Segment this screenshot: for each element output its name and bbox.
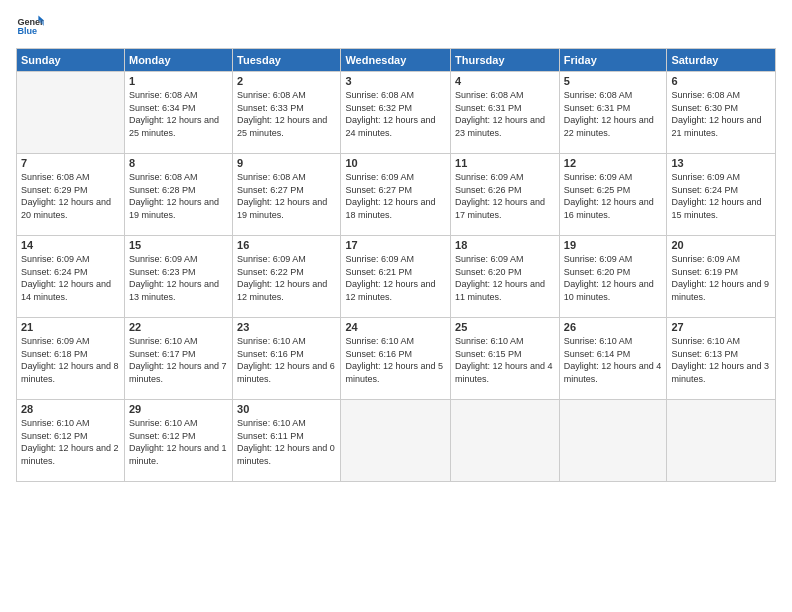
day-info: Sunrise: 6:10 AMSunset: 6:15 PMDaylight:… xyxy=(455,335,555,385)
calendar-cell: 5Sunrise: 6:08 AMSunset: 6:31 PMDaylight… xyxy=(559,72,667,154)
day-info: Sunrise: 6:09 AMSunset: 6:19 PMDaylight:… xyxy=(671,253,771,303)
calendar-cell: 19Sunrise: 6:09 AMSunset: 6:20 PMDayligh… xyxy=(559,236,667,318)
day-number: 14 xyxy=(21,239,120,251)
day-info: Sunrise: 6:10 AMSunset: 6:14 PMDaylight:… xyxy=(564,335,663,385)
calendar-cell: 3Sunrise: 6:08 AMSunset: 6:32 PMDaylight… xyxy=(341,72,451,154)
calendar-cell: 25Sunrise: 6:10 AMSunset: 6:15 PMDayligh… xyxy=(451,318,560,400)
day-info: Sunrise: 6:08 AMSunset: 6:31 PMDaylight:… xyxy=(455,89,555,139)
calendar-cell xyxy=(559,400,667,482)
calendar-cell: 21Sunrise: 6:09 AMSunset: 6:18 PMDayligh… xyxy=(17,318,125,400)
calendar-cell: 7Sunrise: 6:08 AMSunset: 6:29 PMDaylight… xyxy=(17,154,125,236)
calendar-cell xyxy=(341,400,451,482)
day-number: 18 xyxy=(455,239,555,251)
day-info: Sunrise: 6:08 AMSunset: 6:27 PMDaylight:… xyxy=(237,171,336,221)
day-number: 29 xyxy=(129,403,228,415)
calendar-cell: 10Sunrise: 6:09 AMSunset: 6:27 PMDayligh… xyxy=(341,154,451,236)
day-number: 24 xyxy=(345,321,446,333)
calendar-cell: 14Sunrise: 6:09 AMSunset: 6:24 PMDayligh… xyxy=(17,236,125,318)
day-info: Sunrise: 6:10 AMSunset: 6:13 PMDaylight:… xyxy=(671,335,771,385)
day-info: Sunrise: 6:09 AMSunset: 6:20 PMDaylight:… xyxy=(564,253,663,303)
calendar-cell: 2Sunrise: 6:08 AMSunset: 6:33 PMDaylight… xyxy=(233,72,341,154)
day-info: Sunrise: 6:09 AMSunset: 6:21 PMDaylight:… xyxy=(345,253,446,303)
day-info: Sunrise: 6:09 AMSunset: 6:25 PMDaylight:… xyxy=(564,171,663,221)
calendar-cell: 15Sunrise: 6:09 AMSunset: 6:23 PMDayligh… xyxy=(124,236,232,318)
day-info: Sunrise: 6:09 AMSunset: 6:23 PMDaylight:… xyxy=(129,253,228,303)
day-number: 13 xyxy=(671,157,771,169)
svg-text:Blue: Blue xyxy=(17,26,37,36)
day-number: 12 xyxy=(564,157,663,169)
day-info: Sunrise: 6:08 AMSunset: 6:32 PMDaylight:… xyxy=(345,89,446,139)
day-info: Sunrise: 6:08 AMSunset: 6:33 PMDaylight:… xyxy=(237,89,336,139)
day-info: Sunrise: 6:09 AMSunset: 6:22 PMDaylight:… xyxy=(237,253,336,303)
day-number: 5 xyxy=(564,75,663,87)
day-number: 20 xyxy=(671,239,771,251)
calendar-cell: 23Sunrise: 6:10 AMSunset: 6:16 PMDayligh… xyxy=(233,318,341,400)
day-info: Sunrise: 6:09 AMSunset: 6:27 PMDaylight:… xyxy=(345,171,446,221)
day-number: 16 xyxy=(237,239,336,251)
calendar-cell: 24Sunrise: 6:10 AMSunset: 6:16 PMDayligh… xyxy=(341,318,451,400)
day-info: Sunrise: 6:10 AMSunset: 6:12 PMDaylight:… xyxy=(129,417,228,467)
day-info: Sunrise: 6:09 AMSunset: 6:18 PMDaylight:… xyxy=(21,335,120,385)
calendar-cell: 11Sunrise: 6:09 AMSunset: 6:26 PMDayligh… xyxy=(451,154,560,236)
day-number: 30 xyxy=(237,403,336,415)
calendar-cell: 12Sunrise: 6:09 AMSunset: 6:25 PMDayligh… xyxy=(559,154,667,236)
day-info: Sunrise: 6:09 AMSunset: 6:24 PMDaylight:… xyxy=(21,253,120,303)
calendar-cell: 6Sunrise: 6:08 AMSunset: 6:30 PMDaylight… xyxy=(667,72,776,154)
weekday-header: Saturday xyxy=(667,49,776,72)
day-number: 3 xyxy=(345,75,446,87)
weekday-header: Tuesday xyxy=(233,49,341,72)
day-number: 2 xyxy=(237,75,336,87)
day-info: Sunrise: 6:09 AMSunset: 6:20 PMDaylight:… xyxy=(455,253,555,303)
calendar-cell: 28Sunrise: 6:10 AMSunset: 6:12 PMDayligh… xyxy=(17,400,125,482)
calendar-cell: 26Sunrise: 6:10 AMSunset: 6:14 PMDayligh… xyxy=(559,318,667,400)
weekday-header: Thursday xyxy=(451,49,560,72)
calendar-cell: 1Sunrise: 6:08 AMSunset: 6:34 PMDaylight… xyxy=(124,72,232,154)
page: General Blue SundayMondayTuesdayWednesda… xyxy=(0,0,792,612)
calendar-cell: 22Sunrise: 6:10 AMSunset: 6:17 PMDayligh… xyxy=(124,318,232,400)
day-number: 27 xyxy=(671,321,771,333)
logo: General Blue xyxy=(16,12,48,40)
day-number: 10 xyxy=(345,157,446,169)
day-number: 17 xyxy=(345,239,446,251)
day-number: 1 xyxy=(129,75,228,87)
day-info: Sunrise: 6:10 AMSunset: 6:16 PMDaylight:… xyxy=(345,335,446,385)
calendar-cell: 18Sunrise: 6:09 AMSunset: 6:20 PMDayligh… xyxy=(451,236,560,318)
header: General Blue xyxy=(16,12,776,40)
calendar-cell xyxy=(17,72,125,154)
calendar-cell: 29Sunrise: 6:10 AMSunset: 6:12 PMDayligh… xyxy=(124,400,232,482)
day-info: Sunrise: 6:08 AMSunset: 6:34 PMDaylight:… xyxy=(129,89,228,139)
calendar-cell: 17Sunrise: 6:09 AMSunset: 6:21 PMDayligh… xyxy=(341,236,451,318)
day-number: 19 xyxy=(564,239,663,251)
day-info: Sunrise: 6:08 AMSunset: 6:29 PMDaylight:… xyxy=(21,171,120,221)
day-number: 6 xyxy=(671,75,771,87)
calendar-cell: 30Sunrise: 6:10 AMSunset: 6:11 PMDayligh… xyxy=(233,400,341,482)
day-number: 25 xyxy=(455,321,555,333)
calendar-cell xyxy=(667,400,776,482)
day-number: 4 xyxy=(455,75,555,87)
day-number: 7 xyxy=(21,157,120,169)
day-number: 9 xyxy=(237,157,336,169)
day-info: Sunrise: 6:09 AMSunset: 6:26 PMDaylight:… xyxy=(455,171,555,221)
day-info: Sunrise: 6:08 AMSunset: 6:31 PMDaylight:… xyxy=(564,89,663,139)
weekday-header: Wednesday xyxy=(341,49,451,72)
day-info: Sunrise: 6:10 AMSunset: 6:16 PMDaylight:… xyxy=(237,335,336,385)
calendar-cell: 20Sunrise: 6:09 AMSunset: 6:19 PMDayligh… xyxy=(667,236,776,318)
calendar: SundayMondayTuesdayWednesdayThursdayFrid… xyxy=(16,48,776,482)
day-number: 21 xyxy=(21,321,120,333)
day-info: Sunrise: 6:10 AMSunset: 6:11 PMDaylight:… xyxy=(237,417,336,467)
weekday-header: Sunday xyxy=(17,49,125,72)
day-number: 8 xyxy=(129,157,228,169)
calendar-cell: 13Sunrise: 6:09 AMSunset: 6:24 PMDayligh… xyxy=(667,154,776,236)
day-number: 15 xyxy=(129,239,228,251)
calendar-cell: 9Sunrise: 6:08 AMSunset: 6:27 PMDaylight… xyxy=(233,154,341,236)
day-info: Sunrise: 6:10 AMSunset: 6:12 PMDaylight:… xyxy=(21,417,120,467)
day-info: Sunrise: 6:08 AMSunset: 6:28 PMDaylight:… xyxy=(129,171,228,221)
day-info: Sunrise: 6:09 AMSunset: 6:24 PMDaylight:… xyxy=(671,171,771,221)
calendar-cell: 16Sunrise: 6:09 AMSunset: 6:22 PMDayligh… xyxy=(233,236,341,318)
calendar-cell: 8Sunrise: 6:08 AMSunset: 6:28 PMDaylight… xyxy=(124,154,232,236)
calendar-cell: 27Sunrise: 6:10 AMSunset: 6:13 PMDayligh… xyxy=(667,318,776,400)
calendar-cell: 4Sunrise: 6:08 AMSunset: 6:31 PMDaylight… xyxy=(451,72,560,154)
calendar-cell xyxy=(451,400,560,482)
day-number: 28 xyxy=(21,403,120,415)
weekday-header: Monday xyxy=(124,49,232,72)
